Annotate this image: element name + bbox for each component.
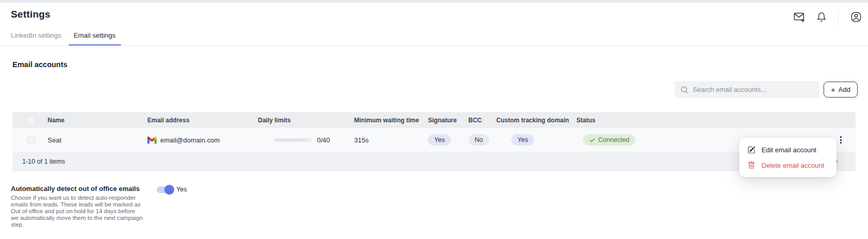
signature-badge: Yes [428, 134, 451, 146]
tab-linkedin-settings[interactable]: LinkedIn settings [6, 31, 67, 45]
row-actions-context-menu: Edit email account Delete email account [739, 138, 836, 177]
menu-item-edit-email-account[interactable]: Edit email account [739, 142, 836, 157]
section-title-email-accounts: Email accounts [12, 60, 67, 69]
col-bcc: BCC [468, 117, 496, 124]
table-row: Seat email@domain.com 0/40 315s Yes No Y… [12, 128, 856, 152]
add-button-label: Add [839, 86, 850, 93]
out-of-office-title: Automatically detect out of office email… [11, 185, 140, 193]
row-checkbox[interactable] [27, 136, 35, 144]
add-email-account-button[interactable]: + Add [824, 82, 858, 98]
email-accounts-table: Name Email address Daily limits Minimum … [12, 112, 856, 171]
header-divider [838, 9, 839, 25]
col-daily-limits: Daily limits [258, 117, 354, 124]
search-icon [680, 86, 689, 94]
user-icon[interactable] [850, 11, 862, 23]
row-min-waiting-time: 315s [354, 136, 428, 144]
check-icon [589, 137, 595, 143]
select-all-checkbox[interactable] [27, 116, 35, 124]
page-title: Settings [11, 9, 51, 20]
table-header-row: Name Email address Daily limits Minimum … [12, 112, 856, 128]
col-min-waiting-time: Minimum waiting time [354, 117, 428, 124]
top-bar: Settings LinkedIn settings [0, 3, 868, 46]
col-email-address: Email address [147, 117, 258, 124]
menu-item-label: Edit email account [762, 146, 816, 154]
edit-icon [748, 146, 755, 154]
menu-item-delete-email-account[interactable]: Delete email account [739, 157, 836, 173]
status-badge: Connected [583, 134, 635, 146]
search-input[interactable] [693, 86, 812, 93]
out-of-office-description: Choose if you want us to detect auto-res… [11, 195, 144, 228]
pagination-summary: 1-10 of 1 items [22, 158, 65, 165]
toggle-state-label: Yes [176, 186, 187, 193]
tab-email-settings[interactable]: Email settings [69, 31, 121, 45]
table-footer: 1-10 of 1 items [12, 152, 856, 171]
menu-item-label: Delete email account [762, 162, 824, 169]
toggle-knob [164, 185, 174, 195]
row-name: Seat [35, 136, 147, 144]
custom-tracking-badge: Yes [511, 134, 534, 146]
row-actions-kebab-icon[interactable] [839, 135, 843, 145]
col-custom-tracking-domain: Custom tracking domain [496, 117, 576, 124]
bell-icon[interactable] [816, 12, 827, 22]
header-icons [793, 9, 862, 25]
daily-limit-progress-bar [274, 138, 312, 142]
col-status: Status [576, 117, 856, 124]
daily-limit-value: 0/40 [317, 136, 330, 144]
trash-icon [748, 162, 755, 169]
gmail-icon [147, 136, 157, 144]
search-email-accounts[interactable] [675, 81, 819, 98]
plus-icon: + [831, 85, 835, 94]
mail-plus-icon[interactable] [793, 11, 805, 23]
out-of-office-toggle[interactable] [157, 186, 173, 193]
col-name: Name [35, 117, 147, 124]
row-email: email@domain.com [160, 136, 220, 144]
settings-tabs: LinkedIn settings Email settings [6, 31, 121, 45]
col-signature: Signature [428, 117, 468, 124]
bcc-badge: No [468, 134, 489, 146]
